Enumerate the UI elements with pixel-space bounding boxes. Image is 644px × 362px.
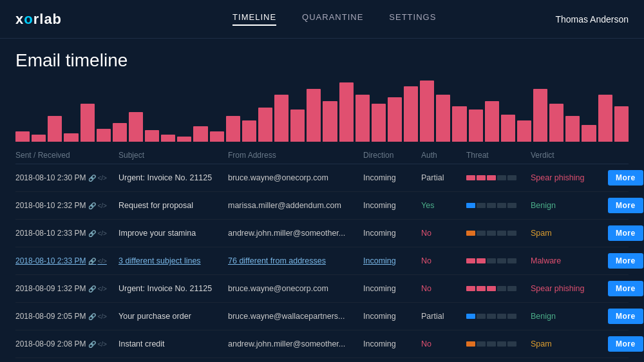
threat-segment: [477, 231, 486, 236]
link-icon: 🔗: [88, 341, 96, 348]
chart-bar: [161, 135, 175, 142]
chart-bar: [242, 120, 256, 142]
chart-bar: [193, 126, 207, 142]
chart-bar: [598, 95, 612, 142]
nav-quarantine[interactable]: QUARANTINE: [302, 12, 363, 26]
cell-threat: [466, 286, 531, 291]
threat-segment: [487, 175, 496, 180]
threat-segment: [507, 341, 516, 347]
cell-threat: [466, 203, 531, 208]
chart-bar: [420, 81, 434, 142]
cell-auth: No: [421, 284, 466, 293]
chart-bar: [501, 115, 515, 142]
chart-bar: [388, 97, 402, 142]
cell-threat: [466, 314, 531, 319]
col-direction: Direction: [363, 151, 421, 160]
chart-bar: [129, 112, 143, 142]
chart-bar: [210, 131, 224, 142]
cell-auth: Partial: [421, 312, 466, 321]
table-wrapper: Sent / Received Subject From Address Dir…: [0, 147, 644, 362]
threat-segment: [466, 203, 475, 208]
chart-bar: [113, 123, 127, 142]
cell-date: 2018-08-09 2:08 PM🔗</>: [15, 339, 118, 348]
more-button[interactable]: More: [608, 253, 643, 269]
more-button[interactable]: More: [608, 198, 643, 213]
cell-date: 2018-08-10 2:32 PM🔗</>: [15, 201, 118, 210]
table-row: 2018-08-10 2:33 PM🔗</>3 different subjec…: [15, 247, 629, 275]
threat-segment: [487, 286, 496, 291]
more-button[interactable]: More: [608, 281, 643, 296]
threat-segment: [497, 203, 506, 208]
nav-timeline[interactable]: TIMELINE: [232, 12, 276, 26]
more-button[interactable]: More: [608, 170, 643, 186]
cell-verdict: Spear phishing: [531, 284, 608, 293]
threat-segment: [497, 258, 506, 263]
table-row: 2018-08-09 2:05 PM🔗</>Your purchase orde…: [15, 303, 629, 330]
col-subject: Subject: [118, 151, 228, 160]
nav-settings[interactable]: SETTINGS: [389, 12, 436, 26]
threat-segment: [477, 175, 486, 180]
threat-segment: [466, 231, 475, 236]
cell-verdict: Benign: [531, 201, 608, 210]
code-icon: </>: [97, 175, 106, 182]
threat-segment: [487, 231, 496, 236]
threat-segment: [466, 286, 475, 291]
threat-segment: [497, 175, 506, 180]
chart-bar: [32, 135, 46, 142]
cell-from[interactable]: 76 different from addresses: [228, 256, 363, 265]
user-name: Thomas Anderson: [555, 14, 629, 24]
threat-segment: [507, 175, 516, 180]
threat-segment: [487, 314, 496, 319]
cell-direction[interactable]: Incoming: [363, 256, 421, 265]
threat-segment: [466, 258, 475, 263]
col-threat: Threat: [466, 151, 531, 160]
table-row: 2018-08-10 2:33 PM🔗</>Improve your stami…: [15, 220, 629, 247]
threat-segment: [487, 341, 496, 347]
chart-bar: [80, 104, 95, 142]
threat-segment: [507, 203, 516, 208]
cell-direction: Incoming: [363, 312, 421, 321]
cell-action: More: [608, 281, 644, 296]
chart-bar: [582, 125, 596, 142]
threat-segment: [507, 258, 516, 263]
chart-bar: [64, 133, 78, 142]
chart-bar: [469, 110, 483, 142]
cell-from: bruce.wayne@onecorp.com: [228, 284, 363, 293]
chart-bar: [549, 104, 564, 142]
cell-subject: Instant credit: [118, 339, 228, 348]
chart-bar: [565, 116, 580, 142]
code-icon: </>: [97, 285, 106, 292]
chart-bar: [145, 130, 159, 142]
cell-verdict: Spam: [531, 339, 608, 348]
cell-subject[interactable]: 3 different subject lines: [118, 256, 228, 265]
chart-bar: [485, 101, 499, 142]
chart-bar: [48, 116, 62, 142]
more-button[interactable]: More: [608, 225, 643, 241]
cell-action: More: [608, 309, 644, 324]
table-row: 2018-08-10 2:32 PM🔗</>Request for propos…: [15, 192, 629, 220]
more-button[interactable]: More: [608, 336, 643, 352]
cell-verdict: Spear phishing: [531, 173, 608, 182]
threat-segment: [497, 314, 506, 319]
cell-threat: [466, 258, 531, 263]
threat-segment: [507, 314, 516, 319]
chart-bar: [452, 106, 466, 142]
cell-date: 2018-08-10 2:30 PM🔗</>: [15, 173, 118, 182]
cell-action: More: [608, 253, 644, 269]
chart-bar: [307, 89, 321, 142]
link-icon: 🔗: [88, 175, 96, 182]
more-button[interactable]: More: [608, 309, 643, 324]
chart-bar: [323, 101, 337, 142]
logo: xorlab: [15, 11, 62, 28]
cell-action: More: [608, 225, 644, 241]
code-icon: </>: [97, 341, 106, 348]
col-from: From Address: [228, 151, 363, 160]
cell-direction: Incoming: [363, 201, 421, 210]
chart-bar: [15, 131, 30, 142]
col-date: Sent / Received: [15, 151, 118, 160]
link-icon: 🔗: [88, 230, 96, 237]
cell-date[interactable]: 2018-08-10 2:33 PM🔗</>: [15, 256, 118, 265]
cell-from: bruce.wayne@onecorp.com: [228, 173, 363, 182]
threat-segment: [477, 286, 486, 291]
chart-bar: [97, 129, 111, 142]
